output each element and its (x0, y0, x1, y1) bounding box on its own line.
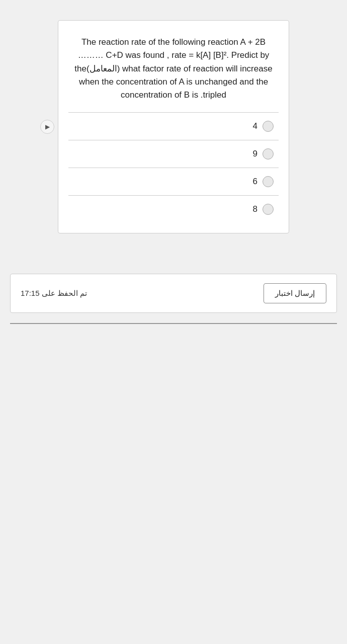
options-list: 4 9 6 8 (68, 113, 279, 223)
question-card: ▶ The reaction rate of the following rea… (58, 20, 289, 233)
option-item-6[interactable]: 6 (68, 168, 279, 196)
submit-button[interactable]: إرسال اختبار (264, 283, 326, 303)
radio-circle-6[interactable] (263, 176, 274, 187)
radio-circle-8[interactable] (263, 204, 274, 215)
main-content: ▶ The reaction rate of the following rea… (0, 0, 347, 644)
option-label-4: 4 (253, 121, 257, 131)
radio-circle-9[interactable] (263, 148, 274, 159)
option-label-8: 8 (253, 204, 257, 214)
bottom-bar: إرسال اختبار تم الحفظ على 17:15 (10, 274, 337, 313)
save-status: تم الحفظ على 17:15 (21, 289, 87, 298)
option-item-8[interactable]: 8 (68, 196, 279, 223)
option-item-4[interactable]: 4 (68, 113, 279, 140)
option-item-9[interactable]: 9 (68, 140, 279, 168)
bottom-divider (10, 323, 337, 324)
option-label-9: 9 (253, 149, 257, 159)
option-label-6: 6 (253, 177, 257, 187)
question-text: The reaction rate of the following react… (68, 36, 279, 102)
radio-circle-4[interactable] (263, 121, 274, 132)
nav-arrow-button[interactable]: ▶ (40, 120, 54, 134)
